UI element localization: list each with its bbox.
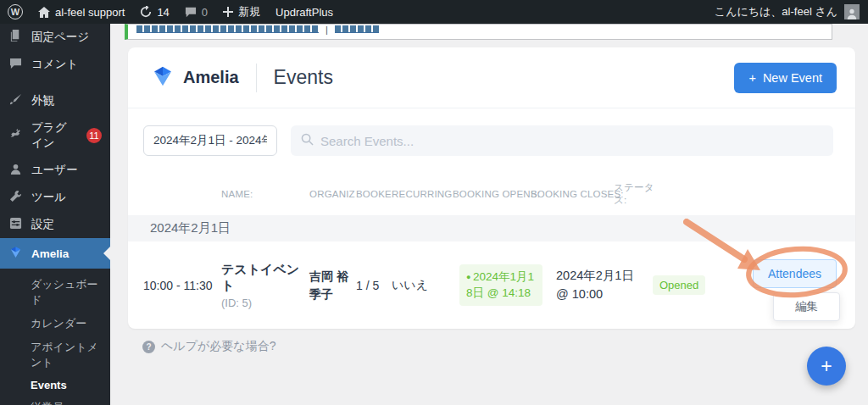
event-time: 10:00 - 11:30 [143,279,221,292]
submenu-item-dashboard[interactable]: ダッシュボード [0,273,110,312]
plus-icon [223,7,233,17]
account-greeting: こんにちは、al-feel さん [715,4,837,19]
site-name: al-feel support [55,6,125,19]
wp-sidebar: 固定ページ コメント 外観 プラグイン 11 ユーザー ツール [0,24,110,405]
sidebar-item-plugins[interactable]: プラグイン 11 [0,114,110,157]
table-header-row: NAME: ORGANIZ BOOKED RECURRING BOOKING O… [128,173,855,215]
column-header-name: NAME: [221,189,309,199]
event-name: テストイベント [221,262,309,294]
group-date-label: 2024年2月1日 [150,220,231,236]
event-name-cell: テストイベント (ID: 5) [221,262,309,309]
amelia-logo-icon [8,245,23,262]
appearance-icon [8,93,23,108]
sidebar-item-amelia[interactable]: Amelia [0,238,110,269]
home-icon [38,7,50,18]
filters-row [128,108,855,173]
event-organizer: 吉岡 裕季子 [309,268,359,302]
date-group-header: 2024年2月1日 [128,215,855,241]
sidebar-item-tools[interactable]: ツール [0,184,110,211]
status-badge: Opened [653,275,705,295]
updates-icon [140,6,152,18]
search-input[interactable] [320,134,823,148]
event-recurring: いいえ [392,278,458,293]
notice-separator: | [326,25,328,34]
wp-admin-bar: W al-feel support 14 0 新規 UpdraftPlus こん… [0,0,868,24]
clipped-notice-link[interactable] [335,25,379,33]
event-actions-cell: Attendees 編集 [698,241,840,329]
clipped-admin-notice: | [125,24,832,40]
new-content-label: 新規 [238,4,260,19]
search-icon [301,133,314,149]
sidebar-item-label: 外観 [31,93,54,108]
edit-button[interactable]: 編集 [773,292,840,321]
attendees-button[interactable]: Attendees [753,259,837,288]
sidebar-item-label: ツール [31,190,66,205]
avatar[interactable] [844,4,860,19]
event-row[interactable]: 10:00 - 11:30 テストイベント (ID: 5) 吉岡 裕季子 1 /… [128,241,855,329]
tools-icon [8,190,23,205]
new-content-menu[interactable]: 新規 [215,0,268,24]
column-header-recurring: RECURRING [392,189,458,199]
sidebar-item-settings[interactable]: 設定 [0,211,110,238]
sidebar-item-label: Amelia [31,247,69,260]
wordpress-logo-icon: W [8,4,23,19]
comments-menu[interactable]: 0 [177,0,215,24]
sidebar-item-pages[interactable]: 固定ページ [0,24,110,51]
updraftplus-menu[interactable]: UpdraftPlus [268,0,341,24]
column-header-booked: BOOKED [356,189,392,199]
floating-add-button[interactable]: + [807,347,846,386]
sidebar-item-label: プラグイン [31,120,76,151]
comments-count: 0 [202,6,208,19]
sidebar-item-appearance[interactable]: 外観 [0,87,110,114]
submenu-item-appointments[interactable]: アポイントメント [0,336,110,374]
submenu-item-calendar[interactable]: カレンダー [0,312,110,336]
updraftplus-label: UpdraftPlus [275,6,333,19]
comments-icon [8,58,23,72]
help-label: ヘルプが必要な場合? [161,339,275,354]
amelia-logo-icon [150,64,175,92]
clipped-notice-link[interactable] [136,25,319,33]
wp-logo-menu[interactable]: W [0,0,31,24]
event-booking-opens-cell: 2024年1月18日 @ 14:18 [458,264,548,307]
header-divider [256,64,257,92]
updates-menu[interactable]: 14 [132,0,176,24]
brand-name: Amelia [183,68,239,87]
updates-count: 14 [157,6,169,19]
sidebar-item-label: 固定ページ [31,30,89,45]
new-event-button[interactable]: + New Event [734,63,837,93]
sidebar-item-label: コメント [31,57,78,72]
sidebar-item-comments[interactable]: コメント [0,51,110,78]
plugins-icon [8,128,23,143]
admin-content: | Amelia Events + New Event [110,24,868,405]
users-icon [8,163,23,178]
help-link[interactable]: ? ヘルプが必要な場合? [142,339,275,354]
comment-bubble-icon [185,7,197,18]
date-range-input[interactable] [143,125,277,156]
pages-icon [8,30,23,45]
booking-opens-chip: 2024年1月18日 @ 14:18 [459,264,542,307]
plugins-update-badge: 11 [86,128,102,143]
event-booked: 1 / 5 [356,279,392,292]
column-header-organizer: ORGANIZ [309,189,356,199]
sidebar-item-label: 設定 [31,217,54,232]
sidebar-item-users[interactable]: ユーザー [0,157,110,184]
event-booking-closes: 2024年2月1日 @ 10:00 [548,267,641,302]
amelia-brand: Amelia [150,64,239,92]
amelia-events-card: Amelia Events + New Event NAME: ORGANIZ … [128,47,855,329]
amelia-submenu: ダッシュボード カレンダー アポイントメント Events 従業員 サービス 場… [0,269,110,405]
submenu-item-employees[interactable]: 従業員 [0,396,110,405]
new-event-label: New Event [763,71,822,85]
search-box[interactable] [291,125,833,156]
column-header-status: ステータス: [614,181,658,207]
sidebar-item-label: ユーザー [31,163,78,178]
settings-icon [8,217,23,232]
submenu-item-events[interactable]: Events [0,374,110,396]
event-status-cell: Opened [643,275,698,295]
page-title: Events [274,66,333,89]
event-id: (ID: 5) [221,297,309,309]
plus-icon: + [748,71,755,85]
help-question-icon: ? [142,341,155,353]
card-header: Amelia Events + New Event [128,47,855,108]
site-name-menu[interactable]: al-feel support [31,0,132,24]
